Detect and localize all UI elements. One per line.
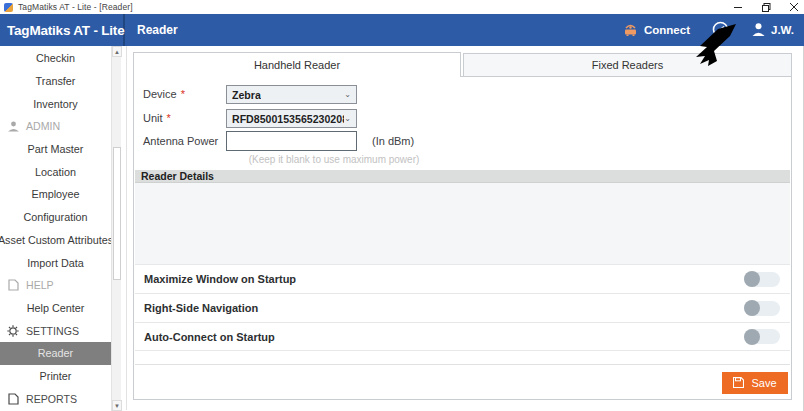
sidebar-item-employee[interactable]: Employee xyxy=(0,183,111,206)
save-icon xyxy=(733,377,744,390)
sidebar-item-label: SETTINGS xyxy=(26,325,79,337)
minimize-button[interactable] xyxy=(732,1,744,13)
sidebar-section-help[interactable]: HELP xyxy=(0,274,111,297)
toggle-knob xyxy=(744,271,760,287)
sidebar-item-inventory[interactable]: Inventory xyxy=(0,92,111,115)
sidebar-item-label: Part Master xyxy=(28,143,84,155)
scrollbar-thumb[interactable] xyxy=(113,147,121,280)
sidebar-item-label: Inventory xyxy=(33,98,77,110)
page-title: Reader xyxy=(137,23,178,37)
gear-icon xyxy=(6,325,20,337)
sidebar-item-transfer[interactable]: Transfer xyxy=(0,70,111,93)
app-window: TagMatiks AT - Lite - [Reader] TagMatiks… xyxy=(0,0,804,411)
chevron-down-icon: ⌄ xyxy=(344,114,351,123)
device-label: Device* xyxy=(143,88,185,100)
sidebar-item-label: Employee xyxy=(31,188,79,200)
sidebar-item-label: Reader xyxy=(38,347,73,359)
save-separator xyxy=(135,364,790,365)
sidebar-item-location[interactable]: Location xyxy=(0,160,111,183)
maximize-window-toggle[interactable] xyxy=(744,272,780,287)
brand: TagMatiks AT - Lite xyxy=(0,14,125,46)
sidebar-section-reports[interactable]: REPORTS xyxy=(0,387,111,410)
required-marker: * xyxy=(181,88,185,100)
device-value: Zebra xyxy=(232,89,261,101)
restore-button[interactable] xyxy=(760,1,772,13)
app-title: TagMatiks AT - Lite xyxy=(7,23,124,38)
tab-label: Fixed Readers xyxy=(592,59,664,71)
tab-handheld-reader[interactable]: Handheld Reader xyxy=(133,52,461,77)
document-icon xyxy=(6,393,20,405)
app-icon xyxy=(4,3,13,12)
tab-fixed-readers[interactable]: Fixed Readers xyxy=(463,53,792,77)
scroll-down-button[interactable]: ▼ xyxy=(112,400,122,411)
user-icon xyxy=(751,22,766,39)
required-marker: * xyxy=(167,112,171,124)
sidebar-item-label: Location xyxy=(35,166,76,178)
unit-select[interactable]: RFD850015356523020840 ⌄ xyxy=(226,109,357,128)
reader-details-header: Reader Details xyxy=(135,170,790,183)
sidebar-item-checkin[interactable]: Checkin xyxy=(0,47,111,70)
toggle-knob xyxy=(744,300,760,316)
sidebar-item-label: Checkin xyxy=(36,52,75,64)
sidebar-item-import-data[interactable]: Import Data xyxy=(0,251,111,274)
sidebar-nav: CheckinTransferInventoryADMINPart Master… xyxy=(0,46,111,411)
connect-button[interactable]: Connect xyxy=(622,22,690,39)
unit-value: RFD850015356523020840 xyxy=(232,113,344,125)
sidebar-item-part-master[interactable]: Part Master xyxy=(0,138,111,161)
save-label: Save xyxy=(751,377,776,389)
toggle-label: Maximize Window on Startup xyxy=(144,273,296,285)
device-select[interactable]: Zebra ⌄ xyxy=(226,85,357,104)
toggle-label: Auto-Connect on Startup xyxy=(144,331,275,343)
sidebar-item-label: Printer xyxy=(40,370,72,382)
reader-details-body xyxy=(135,183,790,264)
toggle-knob xyxy=(744,329,760,345)
status-clock-button[interactable] xyxy=(712,21,729,40)
handheld-reader-panel: Device* Zebra ⌄ Unit* RFD850015356523020… xyxy=(133,76,792,400)
chevron-down-icon: ⌄ xyxy=(344,90,351,99)
sidebar-item-asset-custom-attributes[interactable]: Asset Custom Attributes xyxy=(0,229,111,252)
rfid-reader-icon xyxy=(622,22,639,39)
antenna-power-input[interactable] xyxy=(226,131,357,151)
sidebar-item-label: ADMIN xyxy=(26,120,60,132)
window-title: TagMatiks AT - Lite - [Reader] xyxy=(18,2,133,12)
auto-connect-toggle[interactable] xyxy=(744,329,780,344)
sidebar-item-label: REPORTS xyxy=(26,393,77,405)
clock-gauge-icon xyxy=(712,21,729,40)
sidebar-item-reader[interactable]: Reader xyxy=(0,342,111,365)
sidebar-item-label: Configuration xyxy=(23,211,87,223)
antenna-power-label: Antenna Power xyxy=(143,135,218,147)
sidebar-section-settings[interactable]: SETTINGS xyxy=(0,319,111,342)
sidebar-item-configuration[interactable]: Configuration xyxy=(0,206,111,229)
sidebar-item-label: HELP xyxy=(26,279,54,291)
app-header: TagMatiks AT - Lite Reader Connect xyxy=(0,14,804,46)
user-menu[interactable]: J.W. xyxy=(751,22,794,39)
user-icon xyxy=(6,121,20,132)
close-button[interactable] xyxy=(788,1,800,13)
tab-label: Handheld Reader xyxy=(254,59,340,71)
document-icon xyxy=(6,279,20,291)
sidebar-item-printer[interactable]: Printer xyxy=(0,365,111,388)
sidebar-item-label: Import Data xyxy=(27,257,83,269)
sidebar-item-label: Help Center xyxy=(27,302,85,314)
os-titlebar: TagMatiks AT - Lite - [Reader] xyxy=(0,0,804,14)
antenna-note: (Keep it blank to use maximum power) xyxy=(194,154,474,165)
toggle-row-right-side-nav: Right-Side Navigation xyxy=(135,293,790,322)
toggle-label: Right-Side Navigation xyxy=(144,302,258,314)
antenna-unit-hint: (In dBm) xyxy=(372,135,414,147)
sidebar-item-label: Transfer xyxy=(36,75,76,87)
save-button[interactable]: Save xyxy=(722,372,788,394)
sidebar-section-admin[interactable]: ADMIN xyxy=(0,115,111,138)
connect-label: Connect xyxy=(644,24,690,36)
sidebar-item-help-center[interactable]: Help Center xyxy=(0,297,111,320)
toggle-row-maximize: Maximize Window on Startup xyxy=(135,264,790,293)
unit-label: Unit* xyxy=(143,112,171,124)
sidebar-scrollbar[interactable]: ▲ ▼ xyxy=(111,46,121,411)
sidebar-item-label: Asset Custom Attributes xyxy=(0,234,113,246)
user-initials: J.W. xyxy=(771,24,794,36)
toggle-row-auto-connect: Auto-Connect on Startup xyxy=(135,322,790,351)
scroll-up-button[interactable]: ▲ xyxy=(112,46,122,57)
right-side-navigation-toggle[interactable] xyxy=(744,301,780,316)
